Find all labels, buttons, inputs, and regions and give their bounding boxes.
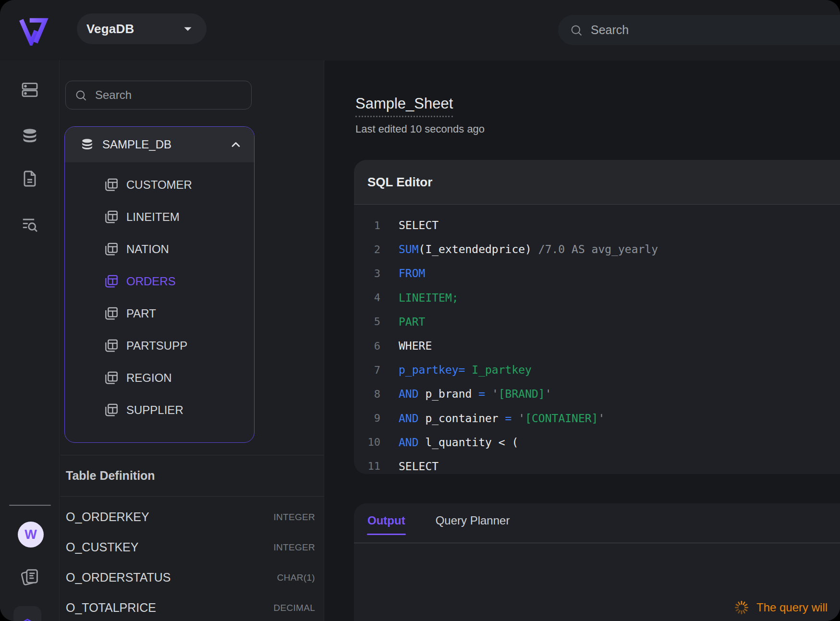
database-icon[interactable]: [0, 122, 60, 151]
output-tab[interactable]: Output: [367, 511, 405, 535]
table-icon: [103, 338, 119, 354]
table-tree-item[interactable]: ORDERS: [65, 265, 254, 297]
table-icon: [103, 241, 119, 257]
code-line: 5 PART: [354, 310, 840, 334]
code-token: SUM: [399, 243, 419, 256]
output-card: Output Query Planner: [354, 503, 840, 621]
code-token: [485, 388, 492, 400]
list-search-icon[interactable]: [0, 210, 60, 239]
code-line: 10 AND l_quantity < (: [354, 430, 840, 454]
database-icon: [80, 137, 95, 152]
column-type: INTEGER: [273, 542, 315, 553]
database-tree: SAMPLE_DB: [64, 126, 255, 443]
code-token: p_partkey=: [399, 364, 465, 376]
line-number: 1: [354, 219, 380, 231]
line-number: 3: [354, 268, 380, 280]
code-token: ': [518, 412, 525, 425]
schema-search[interactable]: [65, 81, 252, 110]
table-tree-item[interactable]: REGION: [65, 362, 254, 394]
code-token: AND: [399, 412, 419, 425]
column-name: O_TOTALPRICE: [66, 601, 156, 615]
output-tabs: Output Query Planner: [354, 503, 840, 543]
column-type: INTEGER: [273, 512, 315, 523]
column-row[interactable]: O_ORDERSTATUS CHAR(1): [60, 562, 324, 593]
code-token: l_quantity < (: [419, 436, 519, 449]
cards-icon[interactable]: [0, 563, 60, 592]
line-number: 9: [354, 412, 380, 424]
line-number: 7: [354, 364, 380, 376]
code-line: 6 WHERE: [354, 334, 840, 358]
code-token: SELECT: [399, 219, 438, 231]
table-label: LINEITEM: [126, 210, 180, 224]
column-name: O_ORDERKEY: [66, 510, 149, 524]
code-text: AND l_quantity < (: [399, 436, 518, 449]
main-content: Sample_Sheet Last edited 10 seconds ago …: [325, 61, 840, 621]
line-number: 11: [354, 460, 380, 472]
search-icon: [570, 24, 583, 37]
code-token: =: [505, 412, 512, 425]
query-status: The query will: [733, 599, 828, 616]
hexagon-icon: [18, 618, 37, 621]
query-status-text: The query will: [756, 601, 828, 614]
database-tree-header[interactable]: SAMPLE_DB: [65, 127, 254, 162]
chevron-down-icon: [182, 23, 194, 35]
table-definition-title: Table Definition: [66, 469, 155, 483]
workspace-label: VegaDB: [86, 22, 134, 37]
code-text: PART: [399, 316, 425, 328]
table-label: PART: [126, 307, 156, 320]
line-number: 6: [354, 340, 380, 352]
table-definition-header: Table Definition: [60, 455, 324, 497]
column-type: CHAR(1): [277, 572, 315, 583]
code-line: 4 LINEITEM;: [354, 286, 840, 310]
table-label: CUSTOMER: [126, 178, 192, 192]
code-token: [CONTAINER]: [525, 412, 598, 425]
table-label: REGION: [126, 371, 172, 385]
explorer-panel: SAMPLE_DB: [60, 61, 324, 621]
table-label: ORDERS: [126, 275, 176, 288]
user-avatar[interactable]: W: [18, 522, 44, 548]
app-window: VegaDB: [0, 0, 840, 621]
column-row[interactable]: O_ORDERKEY INTEGER: [60, 502, 324, 532]
code-text: SELECT: [399, 460, 438, 473]
code-token: LINEITEM;: [399, 292, 459, 304]
code-token: [BRAND]: [499, 388, 545, 400]
sql-code-area[interactable]: 1 SELECT 2 SUM(I_extendedprice) /7.0 AS …: [354, 205, 840, 474]
code-token: WHERE: [399, 340, 432, 352]
table-tree-item[interactable]: LINEITEM: [65, 201, 254, 233]
column-row[interactable]: O_TOTALPRICE DECIMAL: [60, 593, 324, 621]
chevron-up-icon: [229, 138, 243, 151]
document-icon[interactable]: [0, 164, 60, 193]
hexagon-app-button[interactable]: [13, 606, 41, 621]
output-tab[interactable]: Query Planner: [436, 511, 510, 535]
table-tree-item[interactable]: CUSTOMER: [65, 169, 254, 201]
code-token: PART: [399, 316, 425, 328]
sheet-title[interactable]: Sample_Sheet: [355, 95, 453, 117]
top-header: VegaDB: [0, 0, 840, 61]
table-label: NATION: [126, 243, 169, 256]
table-tree-item[interactable]: PART: [65, 297, 254, 329]
global-search-input[interactable]: [590, 23, 803, 37]
code-text: FROM: [399, 267, 425, 280]
schema-search-input[interactable]: [94, 88, 235, 102]
v7-logo-icon: [17, 14, 49, 46]
code-token: [511, 412, 518, 425]
table-icon: [103, 209, 119, 225]
rail-divider: [9, 505, 51, 506]
code-line: 9 AND p_container = '[CONTAINER]': [354, 406, 840, 430]
workspace-selector[interactable]: VegaDB: [77, 13, 207, 44]
table-tree-item[interactable]: NATION: [65, 233, 254, 265]
table-tree-item[interactable]: SUPPLIER: [65, 394, 254, 426]
line-number: 8: [354, 388, 380, 400]
code-text: SELECT: [399, 219, 438, 231]
table-tree-item[interactable]: PARTSUPP: [65, 329, 254, 362]
global-search[interactable]: [558, 15, 840, 45]
spinner-icon: [733, 599, 750, 616]
icon-rail: W: [0, 61, 60, 621]
column-row[interactable]: O_CUSTKEY INTEGER: [60, 532, 324, 562]
line-number: 2: [354, 244, 380, 256]
code-text: AND p_brand = '[BRAND]': [399, 388, 552, 400]
last-edited-text: Last edited 10 seconds ago: [355, 123, 485, 135]
code-token: ': [492, 388, 499, 400]
server-icon[interactable]: [0, 75, 60, 104]
code-line: 3 FROM: [354, 261, 840, 285]
